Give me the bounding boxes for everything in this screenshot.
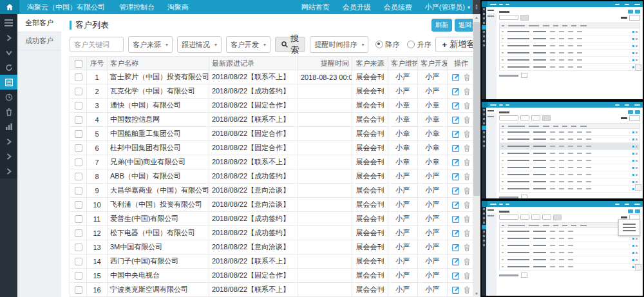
nav-console[interactable]: 管理控制台 (113, 0, 161, 14)
search-button[interactable]: 搜索 (275, 37, 305, 52)
delete-icon[interactable] (464, 272, 470, 280)
brand-name[interactable]: 淘聚云（中国）有限公司 (19, 0, 113, 14)
row-checkbox[interactable] (75, 187, 82, 195)
edit-icon[interactable] (452, 130, 460, 138)
delete-icon[interactable] (464, 73, 470, 81)
row-checkbox[interactable] (75, 272, 82, 280)
cell-source: 展会会刊 (352, 226, 388, 240)
sort-order-radios: 降序 升序 (375, 40, 431, 50)
edit-icon[interactable] (452, 187, 460, 195)
cell-source: 展会会刊 (352, 99, 388, 113)
delete-icon[interactable] (464, 201, 470, 209)
delete-icon[interactable] (464, 258, 470, 265)
chevron-right-icon[interactable] (0, 164, 17, 178)
nav-member-upgrade[interactable]: 会员升级 (336, 0, 377, 14)
select-all-checkbox[interactable] (75, 60, 82, 68)
row-checkbox[interactable] (75, 286, 82, 294)
menu-icon[interactable] (0, 15, 17, 30)
delete-icon[interactable] (464, 244, 470, 251)
row-checkbox[interactable] (75, 102, 82, 110)
source-select[interactable]: 客户来源 ▾ (128, 36, 173, 53)
delete-icon[interactable] (464, 102, 470, 110)
row-checkbox[interactable] (75, 116, 82, 124)
edit-icon[interactable] (452, 102, 460, 110)
search-icon (281, 41, 288, 48)
scroll-up-icon[interactable]: ▲ (473, 14, 480, 21)
cell-latest-record: 2018/08/22【固定合作】 (209, 127, 298, 141)
row-checkbox[interactable] (75, 229, 82, 237)
nav-shop[interactable]: 淘聚商 (161, 0, 195, 14)
scroll-down-icon[interactable]: ▼ (473, 291, 480, 297)
cell-developer: 小严 (418, 184, 448, 198)
customer-list-icon[interactable] (0, 75, 17, 90)
edit-icon[interactable] (452, 229, 460, 237)
chevron-down-icon: ▾ (166, 42, 168, 48)
scrollbar-corner[interactable]: ▲▼ (473, 0, 480, 14)
edit-icon[interactable] (452, 201, 460, 209)
page-thumbnail-3[interactable] (482, 201, 643, 296)
delete-icon[interactable] (464, 88, 470, 95)
row-checkbox[interactable] (75, 258, 82, 265)
trash-icon[interactable] (0, 104, 17, 119)
chevron-down-icon[interactable] (0, 45, 17, 60)
home-button[interactable] (0, 0, 19, 14)
thumb-row-ops (632, 131, 638, 133)
delete-icon[interactable] (464, 158, 470, 166)
chevron-right-icon[interactable] (0, 30, 17, 45)
sort-desc-radio[interactable]: 降序 (375, 40, 399, 50)
refresh-icon[interactable] (0, 60, 17, 75)
delete-icon[interactable] (464, 215, 470, 223)
row-checkbox[interactable] (75, 158, 82, 166)
delete-icon[interactable] (464, 187, 470, 195)
row-checkbox[interactable] (75, 73, 82, 81)
delete-icon[interactable] (464, 130, 470, 138)
progress-select[interactable]: 跟进情况 ▾ (177, 36, 222, 53)
edit-icon[interactable] (452, 144, 460, 152)
chevron-right-icon[interactable] (0, 134, 17, 149)
thumb-filter-row (499, 14, 640, 21)
sidebar-item-success-customers[interactable]: 成功客户 (17, 32, 61, 50)
scrollbar-thumb[interactable] (473, 22, 480, 196)
row-checkbox[interactable] (75, 130, 82, 138)
remind-sort-select[interactable]: 提醒时间排序 ▾ (310, 36, 368, 53)
edit-icon[interactable] (452, 244, 460, 251)
row-checkbox[interactable] (75, 201, 82, 209)
delete-icon[interactable] (464, 286, 470, 294)
page-thumbnail-2[interactable] (482, 102, 643, 198)
user-menu[interactable]: 小严(管理员) ▾ (419, 0, 480, 14)
refresh-button[interactable]: 刷新 (431, 19, 452, 32)
sidebar-item-all-customers[interactable]: 全部客户 (17, 14, 61, 32)
delete-icon[interactable] (464, 144, 470, 152)
row-checkbox[interactable] (75, 88, 82, 95)
nav-member-renew[interactable]: 会员续费 (377, 0, 419, 14)
developer-select[interactable]: 客户开发 ▾ (226, 36, 270, 53)
row-checkbox[interactable] (75, 144, 82, 152)
row-checkbox[interactable] (75, 173, 82, 180)
top-navbar: 淘聚云（中国）有限公司 管理控制台 淘聚商 网站首页 会员升级 会员续费 小严(… (0, 0, 480, 14)
edit-icon[interactable] (452, 215, 460, 223)
edit-icon[interactable] (452, 88, 460, 95)
edit-icon[interactable] (452, 173, 460, 180)
thumb-submenu (486, 7, 497, 99)
chart-icon[interactable] (0, 119, 17, 134)
edit-icon[interactable] (452, 73, 460, 81)
vertical-scrollbar[interactable]: ▲ ▼ (473, 14, 480, 297)
chevron-right-icon[interactable] (0, 149, 17, 164)
edit-icon[interactable] (452, 158, 460, 166)
delete-icon[interactable] (464, 116, 470, 124)
thumb-table-row (500, 50, 639, 57)
edit-icon[interactable] (452, 286, 460, 294)
nav-site-home[interactable]: 网站首页 (295, 0, 336, 14)
history-icon[interactable] (0, 90, 17, 104)
keyword-input[interactable] (70, 37, 124, 52)
delete-icon[interactable] (464, 229, 470, 237)
edit-icon[interactable] (452, 272, 460, 280)
edit-icon[interactable] (452, 116, 460, 124)
row-checkbox[interactable] (75, 244, 82, 251)
edit-icon[interactable] (452, 258, 460, 265)
delete-icon[interactable] (464, 173, 470, 180)
row-checkbox[interactable] (75, 215, 82, 223)
sort-asc-radio[interactable]: 升序 (407, 40, 431, 50)
page-thumbnail-1[interactable] (482, 1, 643, 99)
cell-developer: 小严 (418, 283, 448, 297)
